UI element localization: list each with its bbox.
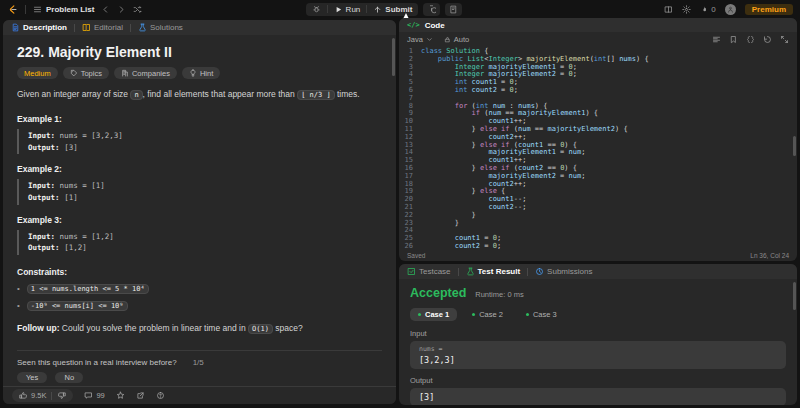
tab-editorial-label: Editorial [94,23,123,32]
inline-code: n [130,90,142,100]
debug-icon [312,5,321,14]
output-box[interactable]: [3] [410,388,786,405]
tab-editorial[interactable]: Editorial [82,23,123,32]
survey-progress: 1/5 [193,358,204,367]
code-editor[interactable]: 1class Solution {2 public List<Integer> … [399,46,797,249]
maximize-button[interactable] [780,35,789,44]
code-icon: </> [407,21,420,29]
test-result-content: Accepted Runtime: 0 ms Case 1 Case 2 Cas… [399,279,797,405]
auto-indicator[interactable]: Auto [444,35,469,44]
code-editor-panel: </> Code Java Auto 1class Solution {2 pu… [399,18,797,261]
tab-solutions[interactable]: Solutions [138,23,183,32]
input-label: Input: [28,232,55,241]
debug-button[interactable] [306,3,327,16]
case-3-tab[interactable]: Case 3 [518,308,565,321]
thumbs-down-icon [57,391,66,400]
leetcode-logo[interactable] [7,4,18,15]
problem-list-button[interactable]: Problem List [33,5,94,14]
tab-test-result[interactable]: Test Result [466,267,521,276]
auto-label: Auto [454,35,469,44]
input-variable: nums = [419,345,777,353]
companies-badge[interactable]: Companies [114,67,177,79]
topbar-divider [25,5,26,14]
help-icon [156,391,165,400]
case-pass-dot [472,313,475,316]
submit-button[interactable]: Submit [367,3,418,16]
hint-label: Hint [200,69,213,78]
output-label: Output: [28,143,60,152]
format-button[interactable] [712,35,721,44]
topics-badge[interactable]: Topics [63,67,109,79]
case-1-tab[interactable]: Case 1 [410,308,457,321]
tab-description[interactable]: Description [11,23,67,32]
reset-code-button[interactable] [763,35,772,44]
badges-row: Medium Topics Companies Hint [17,67,382,79]
bookmark-button[interactable] [729,35,738,44]
run-label: Run [346,5,361,14]
tab-submissions[interactable]: Submissions [535,267,592,276]
scrollbar-thumb[interactable] [392,38,395,76]
layout-button[interactable] [664,5,673,14]
braces-icon [746,35,755,44]
prev-problem-button[interactable] [101,5,110,14]
case-2-label: Case 2 [479,310,503,319]
test-tabbar: Testcase Test Result Submissions [399,264,797,279]
hint-badge[interactable]: Hint [182,67,220,79]
like-button[interactable]: 9.5K [19,391,46,400]
survey-yes-button[interactable]: Yes [17,372,47,383]
upload-icon [373,5,382,14]
next-problem-button[interactable] [117,5,126,14]
example-1-block: Input: nums = [3,2,3] Output: [3] [17,129,382,154]
testcase-icon [407,267,416,276]
chevron-left-icon [101,5,110,14]
user-icon [727,6,734,13]
cursor-position: Ln 36, Col 24 [750,252,789,259]
bookmark-icon [729,35,738,44]
timer-button[interactable] [423,3,440,16]
test-result-panel: Testcase Test Result Submissions Accepte… [399,264,797,405]
timer-icon [427,5,436,14]
scrollbar-thumb[interactable] [793,136,796,156]
difficulty-badge[interactable]: Medium [17,67,58,79]
dislike-button[interactable] [57,391,66,400]
gear-icon [682,5,691,14]
description-icon [11,23,20,32]
input-box[interactable]: nums = [3,2,3] [410,341,786,369]
example-2-label: Example 2: [17,164,382,174]
code-line[interactable]: 6 int count2 = 0; [399,87,797,95]
tab-testcase[interactable]: Testcase [407,267,451,276]
output-label: Output: [28,243,60,252]
case-2-tab[interactable]: Case 2 [464,308,511,321]
avatar[interactable] [725,4,736,15]
survey-no-button[interactable]: No [55,372,83,383]
code-line[interactable]: 23 } [399,220,797,228]
inline-code: ⌊ n/3 ⌋ [297,90,335,100]
favorite-button[interactable] [116,391,125,400]
statement-text: , find all elements that appear more tha… [143,89,298,99]
problem-title: 229. Majority Element II [17,44,382,60]
problem-list-label: Problem List [46,5,94,14]
scrollbar-thumb[interactable] [793,282,796,310]
example-output: [3] [64,143,78,152]
problem-content: 229. Majority Element II Medium Topics C… [3,35,396,386]
feedback-button[interactable] [156,391,165,400]
format-icon [712,35,721,44]
snippets-button[interactable] [746,35,755,44]
play-icon [334,5,343,14]
case-pass-dot [418,313,421,316]
random-problem-button[interactable] [133,5,142,14]
premium-button[interactable]: Premium [745,4,793,15]
comment-count: 99 [96,391,104,400]
problem-statement: Given an integer array of size n, find a… [17,88,382,101]
problem-description-panel: Description Editorial Solutions 229. Maj… [3,20,396,404]
notes-button[interactable] [445,3,462,16]
settings-button[interactable] [682,5,691,14]
input-section-label: Input [410,329,786,338]
streak-button[interactable]: 0 [700,5,715,14]
tab-test-result-label: Test Result [478,267,521,276]
undo-icon [763,35,772,44]
language-selector[interactable]: Java [407,35,433,44]
comments-button[interactable]: 99 [84,391,104,400]
share-button[interactable] [136,391,145,400]
run-button[interactable]: Run [328,3,367,16]
